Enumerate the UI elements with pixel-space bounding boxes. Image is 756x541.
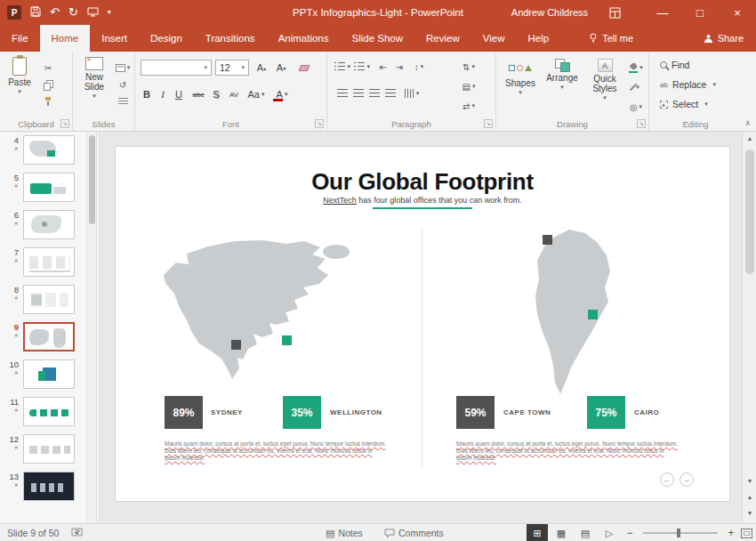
replace-button[interactable]: ab Replace	[660, 79, 716, 90]
slide-9[interactable]: Our Global Footprint NextTech has four g…	[116, 147, 729, 501]
stat-box-cairo[interactable]: 75%	[587, 396, 625, 429]
redo-button[interactable]: ↻	[68, 0, 78, 25]
next-arrow-button[interactable]: →	[680, 472, 694, 487]
slide-thumbnail-preview[interactable]	[23, 285, 75, 314]
slide-thumbnail-preview[interactable]	[23, 434, 75, 464]
select-button[interactable]: ▸ Select	[660, 99, 708, 109]
dialog-launcher-icon[interactable]: ↘	[484, 119, 493, 128]
align-left-button[interactable]	[334, 86, 350, 101]
map-marker-green-1[interactable]	[282, 335, 292, 345]
share-button[interactable]: Share	[704, 25, 756, 52]
justify-button[interactable]	[382, 86, 398, 101]
thumbnail-scrollbar-thumb[interactable]	[89, 135, 95, 224]
slide-thumbnail-preview[interactable]	[23, 135, 75, 165]
slideshow-view-button[interactable]: ▷	[599, 524, 620, 541]
south-america-map[interactable]	[507, 225, 640, 400]
thumbnail-scrollbar[interactable]	[86, 132, 97, 523]
clear-formatting-button[interactable]	[295, 60, 313, 76]
slide-layout-button[interactable]	[115, 61, 131, 75]
reset-slide-button[interactable]: ↺	[115, 77, 131, 92]
scrollbar-thumb[interactable]	[745, 149, 754, 274]
slide-thumbnail-preview[interactable]	[23, 173, 75, 202]
maximize-button[interactable]: □	[681, 0, 719, 25]
slide-sorter-view-button[interactable]: ▦	[551, 524, 572, 541]
zoom-slider[interactable]	[643, 532, 718, 534]
stat-box-sydney[interactable]: 89%	[165, 396, 203, 429]
next-slide-button[interactable]: ▼	[743, 506, 756, 520]
change-case-button[interactable]: Aa	[245, 86, 267, 102]
section-button[interactable]	[115, 94, 131, 109]
bold-button[interactable]: B	[141, 86, 153, 102]
shapes-button[interactable]: Shapes	[502, 59, 539, 95]
scroll-up-button[interactable]: ▲	[743, 132, 756, 145]
italic-button[interactable]: I	[157, 86, 169, 102]
slide-thumbnail-13[interactable]: 13★	[0, 472, 86, 502]
comments-toggle-button[interactable]: Comments	[384, 524, 444, 541]
columns-button[interactable]	[404, 86, 420, 101]
zoom-out-button[interactable]: −	[623, 527, 637, 539]
slide-thumbnail-preview[interactable]	[23, 322, 75, 351]
shape-fill-button[interactable]	[628, 61, 644, 75]
numbering-button[interactable]	[354, 60, 370, 74]
body-text-right[interactable]: Mauris quam dolor, cursus at porta et, l…	[456, 440, 678, 462]
tab-help[interactable]: Help	[517, 25, 561, 52]
customize-qat-button[interactable]: ▾	[108, 0, 111, 25]
slide-thumbnail-preview[interactable]	[23, 359, 75, 389]
slide-thumbnail-10[interactable]: 10★	[0, 359, 86, 390]
slide-thumbnail-preview[interactable]	[23, 210, 75, 239]
save-button[interactable]	[30, 6, 41, 19]
quick-styles-button[interactable]: A Quick Styles	[585, 59, 624, 101]
slide-subtitle[interactable]: NextTech has four global offices that yo…	[116, 196, 729, 205]
shape-outline-button[interactable]	[628, 80, 644, 94]
tab-review[interactable]: Review	[414, 25, 471, 52]
tell-me-box[interactable]: Tell me	[583, 25, 639, 52]
format-painter-button[interactable]	[40, 94, 56, 109]
map-marker-green-2[interactable]	[588, 310, 598, 319]
vertical-scrollbar[interactable]: ▲ ▼ ▲ ▼	[742, 132, 756, 523]
zoom-in-button[interactable]: +	[724, 527, 738, 539]
stat-box-cape-town[interactable]: 59%	[456, 396, 495, 429]
slide-thumbnail-preview[interactable]	[23, 472, 75, 501]
bullets-button[interactable]	[334, 60, 350, 74]
slide-thumbnail-7[interactable]: 7★	[0, 247, 86, 278]
increase-font-size-button[interactable]: A▴	[253, 60, 270, 76]
minimize-button[interactable]: —	[644, 0, 681, 25]
align-right-button[interactable]	[366, 86, 382, 101]
new-slide-button[interactable]: New Slide	[75, 57, 114, 99]
tab-animations[interactable]: Animations	[267, 25, 341, 52]
slide-thumbnail-11[interactable]: 11★	[0, 397, 86, 427]
find-button[interactable]: Find	[660, 60, 689, 70]
body-text-left[interactable]: Mauris quam dolor, cursus at porta et, l…	[165, 440, 386, 462]
decrease-indent-button[interactable]: ⇤	[375, 60, 391, 74]
start-slideshow-button[interactable]	[87, 7, 99, 19]
normal-view-button[interactable]: ⊞	[527, 524, 548, 541]
tab-transitions[interactable]: Transitions	[194, 25, 267, 52]
dialog-launcher-icon[interactable]: ↘	[637, 119, 646, 128]
powerpoint-app-icon[interactable]: P	[7, 5, 21, 20]
dialog-launcher-icon[interactable]: ↘	[60, 119, 69, 128]
reading-view-button[interactable]: ▤	[575, 524, 596, 541]
dialog-launcher-icon[interactable]: ↘	[315, 119, 324, 128]
copy-button[interactable]	[40, 77, 56, 92]
text-direction-button[interactable]: ⇅	[461, 60, 477, 74]
tab-view[interactable]: View	[471, 25, 517, 52]
ribbon-display-options-button[interactable]	[609, 7, 621, 19]
undo-button[interactable]: ↶	[50, 0, 60, 25]
collapse-ribbon-button[interactable]: ∧	[744, 118, 751, 127]
prev-arrow-button[interactable]: ←	[660, 472, 674, 487]
spell-check-button[interactable]	[71, 527, 83, 539]
character-spacing-button[interactable]: AV	[226, 86, 242, 102]
cut-button[interactable]: ✂	[40, 61, 56, 75]
tab-slide-show[interactable]: Slide Show	[341, 25, 415, 52]
tab-file[interactable]: File	[0, 25, 40, 52]
shape-effects-button[interactable]: ◎	[628, 100, 644, 114]
zoom-slider-thumb[interactable]	[677, 529, 680, 537]
underline-button[interactable]: U	[173, 86, 185, 102]
line-spacing-button[interactable]: ↕	[411, 60, 427, 74]
stat-box-wellington[interactable]: 35%	[283, 396, 321, 429]
tab-design[interactable]: Design	[139, 25, 194, 52]
font-color-button[interactable]: A	[272, 86, 292, 102]
arrange-button[interactable]: Arrange	[543, 59, 582, 90]
slide-thumbnail-12[interactable]: 12★	[0, 434, 86, 464]
previous-slide-button[interactable]: ▲	[743, 490, 756, 504]
